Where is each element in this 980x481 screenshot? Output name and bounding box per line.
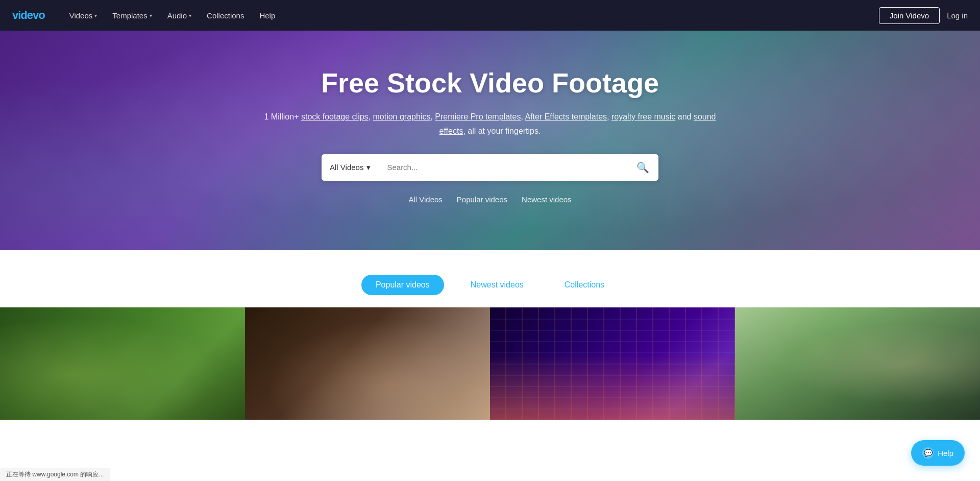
nav-help[interactable]: Help [253,7,281,24]
nav-links: Videos ▾ Templates ▾ Audio ▾ Collections… [63,7,879,24]
video-card[interactable] [0,307,245,420]
nav-audio[interactable]: Audio ▾ [161,7,198,24]
logo[interactable]: videvo [12,9,45,22]
hero-content: Free Stock Video Footage 1 Million+ stoc… [260,67,720,203]
subtitle-suffix: , all at your fingertips. [463,127,541,135]
tab-newest-videos[interactable]: Newest videos [456,275,538,295]
video-card[interactable] [735,307,980,420]
nav-templates[interactable]: Templates ▾ [106,7,158,24]
link-royalty-music[interactable]: royalty free music [611,112,675,121]
hero-subtitle: 1 Million+ stock footage clips, motion g… [260,110,720,137]
video-card[interactable] [490,307,735,420]
join-button[interactable]: Join Videvo [879,7,940,24]
chevron-down-icon: ▾ [150,13,152,18]
link-premiere-pro[interactable]: Premiere Pro templates [435,112,521,121]
quick-link-popular[interactable]: Popular videos [457,195,507,204]
video-thumbnail [735,307,980,420]
tab-collections[interactable]: Collections [550,275,619,295]
link-stock-footage[interactable]: stock footage clips [301,112,369,121]
search-button[interactable]: 🔍 [627,154,658,181]
link-after-effects[interactable]: After Effects templates [525,112,607,121]
video-grid [0,307,980,420]
link-motion-graphics[interactable]: motion graphics [373,112,430,121]
logo-text: videvo [12,9,45,21]
content-tabs: Popular videos Newest videos Collections [0,250,980,307]
tab-popular-videos[interactable]: Popular videos [361,275,444,295]
hero-section: Free Stock Video Footage 1 Million+ stoc… [0,31,980,250]
search-dropdown[interactable]: All Videos ▾ [322,154,379,181]
subtitle-prefix: 1 Million+ [264,112,301,121]
video-thumbnail [245,307,490,420]
search-icon: 🔍 [636,161,649,174]
nav-collections[interactable]: Collections [201,7,250,24]
video-thumbnail [490,307,735,420]
navbar: videvo Videos ▾ Templates ▾ Audio ▾ Coll… [0,0,980,31]
chevron-down-icon: ▾ [366,163,371,172]
hero-title: Free Stock Video Footage [260,67,720,99]
chevron-down-icon: ▾ [189,13,191,18]
quick-link-newest[interactable]: Newest videos [522,195,572,204]
video-thumbnail [0,307,245,420]
video-card[interactable] [245,307,490,420]
search-dropdown-label: All Videos [330,163,363,172]
navbar-right: Join Videvo Log in [879,7,968,24]
search-input[interactable] [379,154,627,181]
search-quick-links: All Videos Popular videos Newest videos [260,195,720,204]
quick-link-all-videos[interactable]: All Videos [408,195,442,204]
search-bar: All Videos ▾ 🔍 [322,154,658,181]
chevron-down-icon: ▾ [94,13,97,18]
login-button[interactable]: Log in [947,11,968,20]
nav-videos[interactable]: Videos ▾ [63,7,104,24]
